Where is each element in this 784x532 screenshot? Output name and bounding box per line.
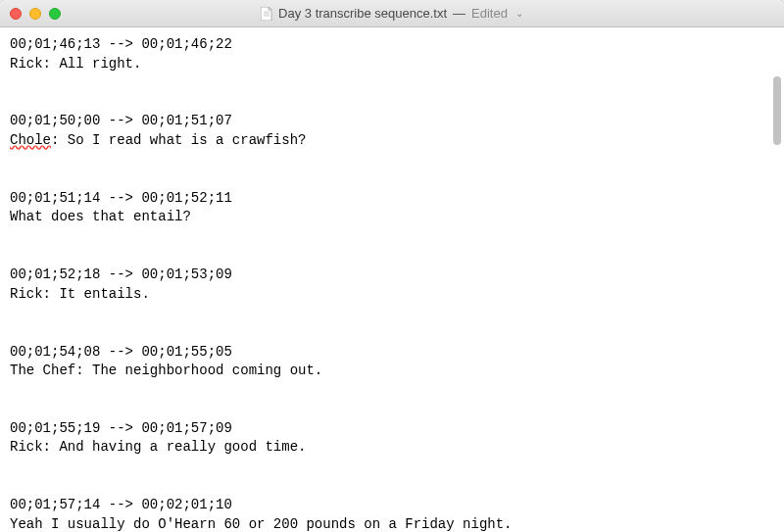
transcript-line: What does that entail? [10,208,759,227]
transcript-line: Rick: All right. [10,55,759,74]
timecode-range: 00;01;51;14 --> 00;01;52;11 [10,189,759,209]
content-wrap: 00;01;46;13 --> 00;01;46;22Rick: All rig… [0,27,784,532]
text-content-area[interactable]: 00;01;46;13 --> 00;01;46;22Rick: All rig… [0,27,768,532]
transcript-line: The Chef: The neighborhood coming out. [10,362,759,381]
window-title[interactable]: Day 3 transcribe sequence.txt — Edited ⌄ [261,6,523,21]
close-button[interactable] [10,8,22,20]
scrollbar-track[interactable] [768,27,784,532]
edited-status-label: Edited [471,6,508,21]
transcript-line: Rick: It entails. [10,285,759,305]
window-controls [10,8,61,20]
separator: — [453,6,466,21]
titlebar[interactable]: Day 3 transcribe sequence.txt — Edited ⌄ [0,0,784,27]
text-editor-window: Day 3 transcribe sequence.txt — Edited ⌄… [0,0,784,532]
transcript-line: Yeah I usually do O'Hearn 60 or 200 poun… [10,515,759,532]
timecode-range: 00;01;50;00 --> 00;01;51;07 [10,112,759,131]
filename-label: Day 3 transcribe sequence.txt [278,6,447,21]
timecode-range: 00;01;55;19 --> 00;01;57;09 [10,419,759,439]
timecode-range: 00;01;52;18 --> 00;01;53;09 [10,266,759,285]
transcript-line: Rick: And having a really good time. [10,438,759,458]
timecode-range: 00;01;46;13 --> 00;01;46;22 [10,35,759,55]
transcript-line: Chole: So I read what is a crawfish? [10,131,759,151]
chevron-down-icon[interactable]: ⌄ [515,8,523,19]
minimize-button[interactable] [29,8,41,20]
maximize-button[interactable] [49,8,61,20]
timecode-range: 00;01;54;08 --> 00;01;55;05 [10,343,759,363]
scrollbar-thumb[interactable] [773,76,781,145]
timecode-range: 00;01;57;14 --> 00;02;01;10 [10,496,759,515]
document-icon [261,7,272,21]
